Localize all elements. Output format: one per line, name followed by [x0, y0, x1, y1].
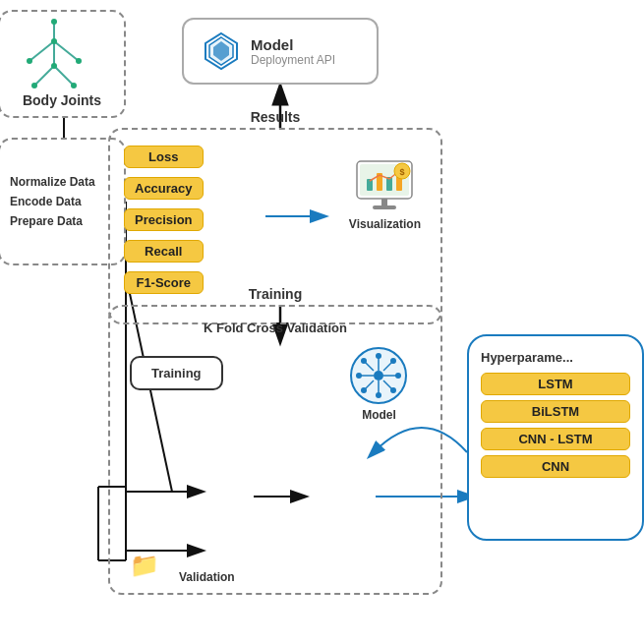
model-deploy-subtitle: Deployment API [251, 53, 335, 67]
skeleton-svg [5, 17, 103, 90]
svg-point-27 [51, 63, 57, 69]
svg-point-23 [51, 19, 57, 25]
model-brain-icon [347, 346, 411, 410]
metric-precision: Precision [124, 208, 204, 231]
svg-line-22 [54, 66, 74, 86]
svg-rect-40 [373, 205, 396, 209]
hyper-lstm: LSTM [481, 373, 630, 395]
training-inner-label: Training [151, 366, 202, 381]
metric-f1: F1-Score [124, 271, 204, 294]
visualization-icon: $ [355, 159, 414, 213]
model-deploy-title: Model [251, 36, 335, 53]
metric-loss: Loss [124, 146, 204, 168]
body-joints-box: Body Joints [0, 10, 126, 118]
svg-rect-39 [381, 199, 387, 206]
svg-point-58 [390, 387, 396, 393]
svg-point-56 [395, 373, 401, 379]
hyperparams-section: Hyperparame... LSTM BiLSTM CNN - LSTM CN… [467, 334, 644, 541]
training-inner-box: Training [130, 356, 223, 390]
svg-point-54 [376, 392, 381, 398]
preprocess-box: Normalize Data Encode Data Prepare Data [0, 138, 126, 265]
svg-line-21 [34, 66, 54, 86]
hyper-bilstm: BiLSTM [481, 400, 630, 423]
svg-point-55 [356, 373, 362, 379]
model-deploy-text: Model Deployment API [251, 36, 335, 67]
folder-icon: 📁 [130, 552, 159, 579]
hyper-cnn: CNN [481, 455, 630, 478]
model-inner-label: Model [362, 408, 396, 422]
svg-point-57 [361, 358, 367, 364]
kfold-label: K Fold Cross Validation [204, 321, 347, 335]
hyper-cnn-lstm: CNN - LSTM [481, 428, 630, 450]
training-section-label: Training [249, 286, 302, 302]
body-joints-label: Body Joints [23, 92, 101, 108]
results-label: Results [251, 109, 301, 125]
visualization-label: Visualization [349, 217, 421, 231]
model-deploy-box: Model Deployment API [182, 18, 379, 85]
diagram-container: Body Joints Normalize Data Encode Data P… [0, 0, 644, 644]
svg-line-18 [29, 41, 54, 61]
svg-point-24 [51, 38, 57, 44]
normalize-label: Normalize Data [10, 175, 95, 189]
validation-label: Validation [179, 570, 235, 584]
training-section: Training K Fold Cross Validation Trainin… [108, 305, 442, 595]
metric-accuracy: Accuracy [124, 177, 204, 200]
svg-point-59 [390, 358, 396, 364]
encode-label: Encode Data [10, 195, 82, 208]
svg-point-29 [71, 83, 77, 88]
prepare-label: Prepare Data [10, 214, 83, 228]
hyper-title: Hyperparame... [481, 350, 630, 365]
svg-point-44 [374, 371, 383, 381]
svg-point-25 [27, 58, 32, 64]
model-deploy-icon [200, 29, 243, 73]
svg-text:$: $ [400, 167, 405, 177]
metric-recall: Recall [124, 240, 204, 263]
svg-point-26 [76, 58, 82, 64]
svg-point-60 [361, 387, 367, 393]
svg-point-53 [376, 353, 381, 359]
svg-line-19 [54, 41, 79, 61]
svg-point-28 [31, 83, 37, 88]
